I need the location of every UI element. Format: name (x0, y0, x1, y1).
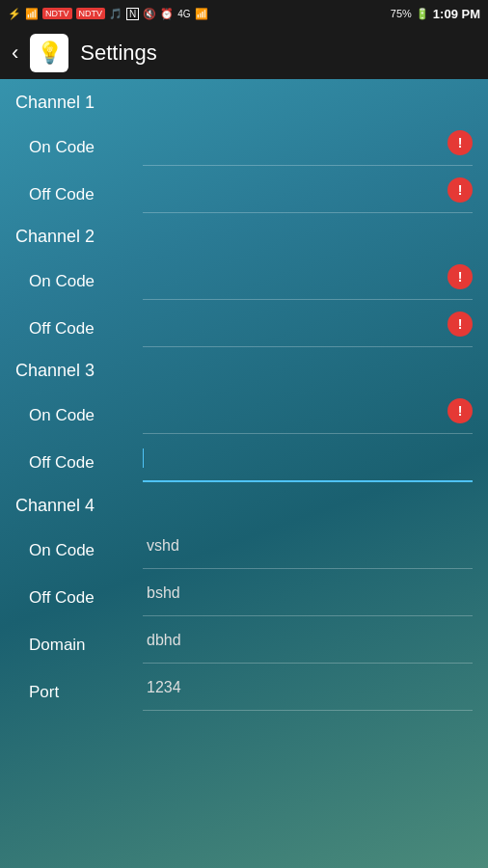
channel-1-off-code-input[interactable] (143, 176, 440, 204)
battery-text: 75% (391, 8, 412, 19)
domain-row: Domain (0, 616, 488, 664)
channel-1-on-code-input[interactable] (143, 128, 440, 157)
wifi-icon: 📶 (25, 8, 39, 20)
port-row: Port (0, 664, 488, 711)
signal-icon: 4G (177, 9, 190, 19)
channel-4-on-code-input[interactable] (143, 531, 473, 560)
channel-1-on-code-error-icon: ! (447, 130, 473, 155)
text-cursor (143, 448, 144, 468)
channel-3-off-code-label: Off Code (29, 453, 135, 473)
channel-4-off-code-row: Off Code (0, 569, 488, 616)
channel-4-off-code-input[interactable] (143, 579, 473, 608)
channel-3-on-code-input[interactable] (143, 396, 440, 425)
channel-4-on-code-row: On Code (0, 522, 488, 569)
channel-3-on-code-label: On Code (29, 406, 135, 425)
channel-2-off-code-label: Off Code (29, 319, 135, 339)
back-button[interactable]: ‹ (12, 41, 18, 66)
channel-4-off-code-label: Off Code (29, 588, 135, 608)
mute-icon: 🔇 (143, 8, 156, 20)
channel-1-header: Channel 1 (0, 79, 488, 119)
domain-label: Domain (29, 636, 135, 655)
channel-4-on-code-label: On Code (29, 541, 135, 560)
channel-3-header: Channel 3 (0, 347, 488, 387)
channel-3-off-code-row: Off Code (0, 434, 488, 482)
bars-icon: 📶 (195, 8, 208, 20)
channel-2-off-code-row: Off Code! (0, 300, 488, 347)
channel-1-on-code-label: On Code (29, 138, 135, 157)
usb-icon: ⚡ (8, 8, 21, 20)
channel-4-header: Channel 4 (0, 482, 488, 522)
alarm-icon: ⏰ (160, 8, 174, 20)
channel-2-on-code-input[interactable] (143, 262, 440, 291)
status-left: ⚡ 📶 NDTV NDTV 🎵 N 🔇 ⏰ 4G 📶 (8, 8, 208, 20)
settings-content: Channel 1On Code!Off Code!Channel 2On Co… (0, 79, 488, 868)
channel-2-header: Channel 2 (0, 213, 488, 253)
page-title: Settings (80, 41, 157, 66)
channel-3-off-code-input[interactable] (143, 444, 473, 473)
app-icon: 💡 (30, 34, 68, 72)
tv-icon-2: NDTV (76, 8, 106, 19)
status-bar: ⚡ 📶 NDTV NDTV 🎵 N 🔇 ⏰ 4G 📶 75% 🔋 1:09 PM (0, 0, 488, 27)
channel-3-on-code-error-icon: ! (447, 398, 473, 423)
app-header: ‹ 💡 Settings (0, 27, 488, 79)
channel-3-on-code-row: On Code! (0, 387, 488, 434)
port-input[interactable] (143, 673, 473, 702)
channel-2-on-code-row: On Code! (0, 253, 488, 300)
channel-2-off-code-error-icon: ! (447, 312, 473, 337)
status-time: 1:09 PM (433, 7, 480, 21)
channel-1-off-code-label: Off Code (29, 185, 135, 204)
status-right: 75% 🔋 1:09 PM (391, 7, 480, 21)
domain-input[interactable] (143, 626, 473, 655)
channel-2-off-code-input[interactable] (143, 310, 440, 339)
channel-2-on-code-error-icon: ! (447, 264, 473, 289)
channel-1-on-code-row: On Code! (0, 119, 488, 166)
channel-1-off-code-error-icon: ! (447, 177, 473, 203)
tv-icon-1: NDTV (42, 8, 72, 19)
charging-icon: 🔋 (416, 8, 429, 20)
channel-1-off-code-row: Off Code! (0, 166, 488, 213)
channel-2-on-code-label: On Code (29, 272, 135, 291)
bulb-icon: 💡 (37, 41, 63, 66)
nfc-icon: N (126, 8, 139, 20)
port-label: Port (29, 683, 135, 702)
spotify-icon: 🎵 (109, 8, 122, 20)
